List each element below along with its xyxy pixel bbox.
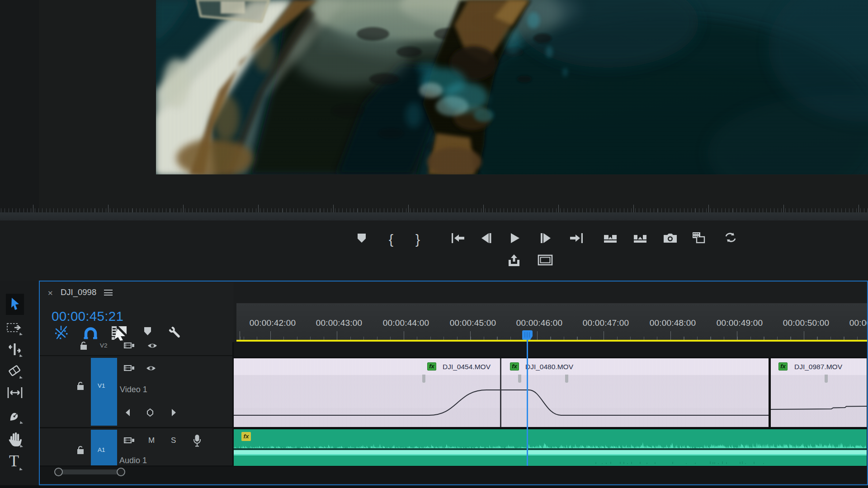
svg-text:{: { (389, 232, 393, 247)
svg-text:T: T (9, 452, 19, 470)
svg-text:}: } (415, 232, 420, 247)
